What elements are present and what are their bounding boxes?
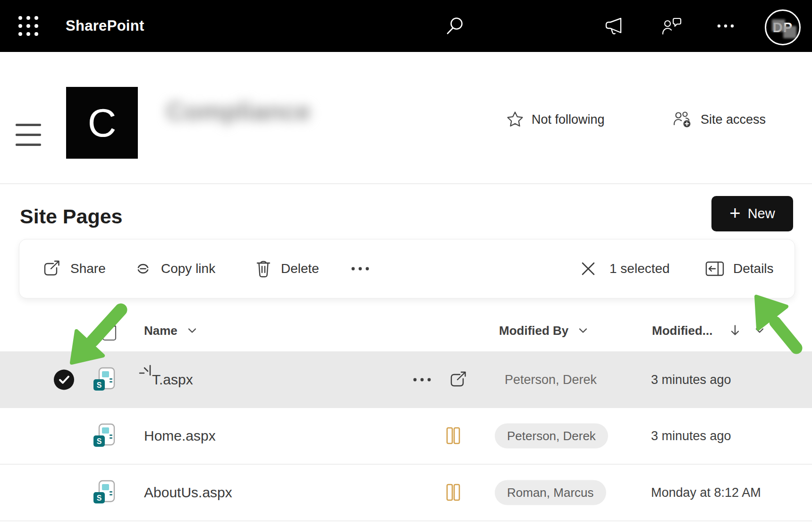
new-button-label: New — [748, 206, 775, 221]
copy-link-label: Copy link — [161, 261, 215, 276]
more-icon[interactable] — [716, 0, 736, 52]
redaction-blur — [783, 26, 796, 38]
sharepoint-page-icon: S — [93, 480, 115, 505]
svg-text:S: S — [97, 381, 102, 389]
modified-by-value: Peterson, Derek — [505, 373, 597, 387]
chevron-down-icon — [579, 327, 587, 333]
site-name-blurred: Compliance — [166, 96, 311, 126]
modified-value: 3 minutes ago — [651, 373, 731, 387]
svg-text:S: S — [97, 494, 102, 502]
chevron-down-icon — [188, 327, 196, 333]
command-toolbar: Share Copy link Delete — [19, 239, 795, 298]
selection-count: 1 selected — [609, 261, 670, 276]
details-pane-icon — [705, 261, 725, 277]
sharepoint-page-icon: S — [93, 367, 115, 392]
column-header-modified-by[interactable]: Modified By — [499, 323, 587, 338]
arrow-sort-desc-icon[interactable] — [730, 324, 740, 337]
book-icon — [446, 483, 461, 502]
link-icon — [134, 259, 152, 278]
feedback-icon[interactable] — [661, 0, 683, 52]
site-logo-letter: C — [88, 100, 117, 146]
checkmark-icon — [58, 375, 70, 385]
avatar[interactable]: DP — [765, 9, 801, 45]
site-access-label: Site access — [701, 112, 766, 127]
app-top-bar: SharePoint DP — [0, 0, 812, 52]
not-following-label: Not following — [532, 112, 605, 127]
not-following-button[interactable]: Not following — [506, 108, 605, 131]
ellipsis-icon — [350, 266, 371, 271]
dismiss-icon — [580, 261, 596, 277]
row-checkbox-checked[interactable] — [54, 370, 74, 390]
file-name-link[interactable]: T.aspx — [152, 372, 193, 388]
table-row[interactable]: S AboutUs.aspx Roman, Marcus Monday at 8… — [0, 465, 812, 521]
svg-text:S: S — [97, 437, 102, 445]
search-icon[interactable] — [445, 0, 465, 52]
sharepoint-site-pages-screen: SharePoint DP — [0, 0, 812, 528]
file-name-link[interactable]: Home.aspx — [144, 428, 216, 444]
row-share-icon[interactable] — [448, 371, 468, 389]
site-logo[interactable]: C — [66, 87, 138, 159]
app-title: SharePoint — [66, 0, 144, 52]
megaphone-icon[interactable] — [603, 0, 624, 52]
new-button[interactable]: + New — [711, 196, 793, 231]
table-row-selected[interactable]: S T.aspx Peterson, Derek 3 minutes ago — [0, 351, 812, 408]
column-header-name[interactable]: Name — [144, 323, 196, 338]
trash-icon — [254, 259, 272, 279]
share-button[interactable]: Share — [42, 260, 106, 278]
document-icon — [101, 320, 118, 341]
copy-link-button[interactable]: Copy link — [134, 259, 215, 278]
modified-value: 3 minutes ago — [651, 429, 731, 443]
modified-by-pill: Peterson, Derek — [495, 424, 608, 449]
share-icon — [42, 260, 62, 278]
modified-by-pill: Roman, Marcus — [495, 480, 606, 505]
clear-selection-button[interactable] — [580, 261, 596, 277]
app-launcher-icon[interactable] — [17, 15, 39, 37]
delete-button[interactable]: Delete — [254, 259, 319, 279]
column-header-modified[interactable]: Modified... — [652, 323, 713, 338]
delete-label: Delete — [281, 261, 319, 276]
details-button[interactable]: Details — [705, 261, 774, 277]
site-access-button[interactable]: Site access — [672, 108, 766, 131]
book-icon — [446, 426, 461, 445]
person-add-icon — [672, 110, 693, 129]
toolbar-more-button[interactable] — [350, 266, 371, 271]
page-title: Site Pages — [20, 205, 123, 228]
chevron-down-icon[interactable] — [755, 327, 764, 333]
plus-icon: + — [729, 204, 740, 222]
star-icon — [506, 111, 524, 128]
list-header-row: Name Modified By Modified... — [0, 309, 812, 351]
row-more-icon[interactable] — [412, 377, 432, 382]
table-row[interactable]: S Home.aspx Peterson, Derek 3 minutes ag… — [0, 408, 812, 465]
modified-value: Monday at 8:12 AM — [651, 485, 761, 500]
menu-icon[interactable] — [16, 124, 41, 146]
divider — [0, 183, 812, 184]
share-label: Share — [70, 261, 106, 276]
file-name-link[interactable]: AboutUs.aspx — [144, 485, 232, 501]
details-label: Details — [733, 261, 774, 276]
sharepoint-page-icon: S — [93, 423, 115, 449]
